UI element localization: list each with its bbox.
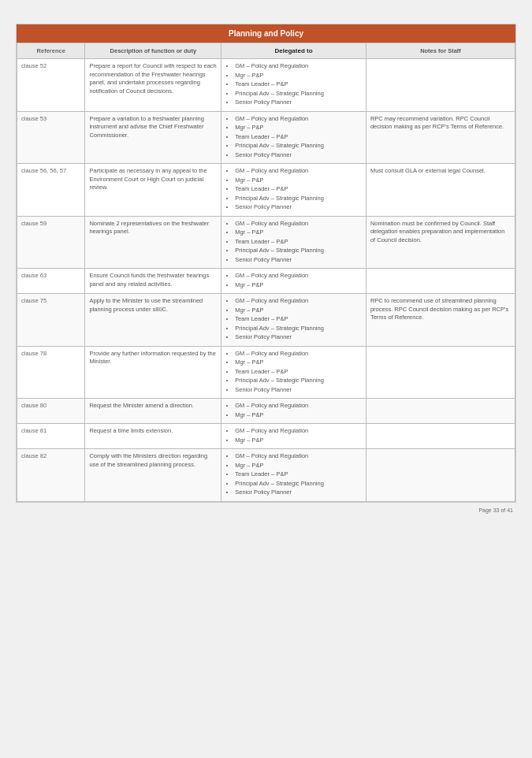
cell-reference: clause 82 xyxy=(17,449,85,502)
table-row: clause 75Apply to the Minister to use th… xyxy=(17,294,515,347)
cell-notes: RPC to recommend use of streamlined plan… xyxy=(366,294,515,347)
page-container: Planning and Policy Reference Descriptio… xyxy=(16,24,516,503)
delegate-item: GM – Policy and Regulation xyxy=(235,220,362,229)
delegate-item: Mgr – P&P xyxy=(235,359,362,367)
header-reference: Reference xyxy=(17,43,85,59)
delegate-item: Team Leader – P&P xyxy=(235,470,362,479)
cell-description: Apply to the Minister to use the streaml… xyxy=(85,294,221,347)
cell-description: Request a time limits extension. xyxy=(85,424,221,449)
table-row: clause 59Nominate 2 representatives on t… xyxy=(17,216,515,269)
cell-description: Comply with the Ministers direction rega… xyxy=(85,449,221,502)
cell-description: Request the Minister amend a direction. xyxy=(85,399,221,424)
cell-delegated-to: GM – Policy and RegulationMgr – P&P xyxy=(221,424,366,449)
delegate-item: Principal Adv – Strategic Planning xyxy=(235,480,362,489)
header-delegated-to: Delegated to xyxy=(221,43,366,59)
delegate-item: Mgr – P&P xyxy=(235,462,362,470)
cell-reference: clause 59 xyxy=(17,216,85,269)
cell-description: Provide any further information requeste… xyxy=(85,346,221,399)
delegate-item: Mgr – P&P xyxy=(235,72,362,80)
delegate-item: Mgr – P&P xyxy=(235,229,362,237)
cell-notes: RPC may recommend variation. RPC Council… xyxy=(366,111,515,164)
delegate-item: Senior Policy Planner xyxy=(235,203,362,212)
delegate-item: Principal Adv – Strategic Planning xyxy=(235,247,362,255)
table-row: clause 82Comply with the Ministers direc… xyxy=(17,449,515,502)
cell-reference: clause 56, 56, 57 xyxy=(17,164,85,217)
delegate-item: Principal Adv – Strategic Planning xyxy=(235,142,362,150)
delegate-item: Senior Policy Planner xyxy=(235,256,362,265)
delegate-item: Mgr – P&P xyxy=(235,176,362,185)
delegate-item: Principal Adv – Strategic Planning xyxy=(235,195,362,203)
cell-delegated-to: GM – Policy and RegulationMgr – P&PTeam … xyxy=(221,294,366,347)
delegate-item: Mgr – P&P xyxy=(235,281,362,290)
table-row: clause 56, 56, 57Participate as necessar… xyxy=(17,164,515,217)
cell-delegated-to: GM – Policy and RegulationMgr – P&PTeam … xyxy=(221,111,366,164)
cell-reference: clause 52 xyxy=(17,59,85,112)
delegate-item: Team Leader – P&P xyxy=(235,315,362,324)
table-title: Planning and Policy xyxy=(17,24,515,43)
delegate-item: Senior Policy Planner xyxy=(235,489,362,497)
cell-reference: clause 53 xyxy=(17,111,85,164)
cell-notes xyxy=(366,424,515,449)
cell-description: Participate as necessary in any appeal t… xyxy=(85,164,221,217)
delegate-item: GM – Policy and Regulation xyxy=(235,350,362,359)
cell-notes xyxy=(366,399,515,424)
cell-reference: clause 81 xyxy=(17,424,85,449)
delegate-item: Team Leader – P&P xyxy=(235,133,362,142)
delegate-item: GM – Policy and Regulation xyxy=(235,452,362,461)
delegate-item: Team Leader – P&P xyxy=(235,185,362,194)
cell-reference: clause 78 xyxy=(17,346,85,399)
table-body: clause 52Prepare a report for Council wi… xyxy=(17,59,515,502)
cell-reference: clause 75 xyxy=(17,294,85,347)
cell-delegated-to: GM – Policy and RegulationMgr – P&P xyxy=(221,269,366,294)
delegate-item: GM – Policy and Regulation xyxy=(235,62,362,71)
cell-delegated-to: GM – Policy and RegulationMgr – P&PTeam … xyxy=(221,216,366,269)
delegate-item: Mgr – P&P xyxy=(235,124,362,132)
cell-notes xyxy=(366,346,515,399)
cell-description: Nominate 2 representatives on the freshw… xyxy=(85,216,221,269)
delegate-item: Team Leader – P&P xyxy=(235,238,362,247)
table-row: clause 78Provide any further information… xyxy=(17,346,515,399)
delegate-item: Mgr – P&P xyxy=(235,307,362,315)
cell-description: Prepare a report for Council with respec… xyxy=(85,59,221,112)
page-footer: Page 33 of 41 xyxy=(16,503,516,513)
delegate-item: GM – Policy and Regulation xyxy=(235,272,362,281)
delegate-item: Senior Policy Planner xyxy=(235,98,362,107)
cell-notes xyxy=(366,269,515,294)
delegate-item: GM – Policy and Regulation xyxy=(235,402,362,411)
delegate-item: Principal Adv – Strategic Planning xyxy=(235,90,362,98)
cell-notes xyxy=(366,59,515,112)
cell-reference: clause 63 xyxy=(17,269,85,294)
delegate-item: GM – Policy and Regulation xyxy=(235,427,362,436)
cell-description: Prepare a variation to a freshwater plan… xyxy=(85,111,221,164)
delegate-item: Principal Adv – Strategic Planning xyxy=(235,325,362,333)
table-row: clause 63Ensure Council funds the freshw… xyxy=(17,269,515,294)
delegate-item: GM – Policy and Regulation xyxy=(235,115,362,124)
delegate-item: GM – Policy and Regulation xyxy=(235,167,362,176)
delegate-item: Mgr – P&P xyxy=(235,411,362,420)
cell-delegated-to: GM – Policy and RegulationMgr – P&PTeam … xyxy=(221,346,366,399)
delegate-item: Principal Adv – Strategic Planning xyxy=(235,377,362,385)
cell-notes xyxy=(366,449,515,502)
main-table: Reference Description of function or dut… xyxy=(17,43,515,502)
table-row: clause 80Request the Minister amend a di… xyxy=(17,399,515,424)
cell-notes: Must consult GLA or external legal Couns… xyxy=(366,164,515,217)
delegate-item: Team Leader – P&P xyxy=(235,80,362,89)
table-row: clause 52Prepare a report for Council wi… xyxy=(17,59,515,112)
delegate-item: GM – Policy and Regulation xyxy=(235,297,362,306)
cell-delegated-to: GM – Policy and RegulationMgr – P&PTeam … xyxy=(221,449,366,502)
delegate-item: Mgr – P&P xyxy=(235,437,362,445)
table-row: clause 81Request a time limits extension… xyxy=(17,424,515,449)
delegate-item: Senior Policy Planner xyxy=(235,333,362,342)
header-description: Description of function or duty xyxy=(85,43,221,59)
delegate-item: Team Leader – P&P xyxy=(235,368,362,377)
cell-notes: Nomination must be confirmed by Council.… xyxy=(366,216,515,269)
cell-delegated-to: GM – Policy and RegulationMgr – P&PTeam … xyxy=(221,59,366,112)
header-notes: Notes for Staff xyxy=(366,43,515,59)
delegate-item: Senior Policy Planner xyxy=(235,151,362,160)
cell-delegated-to: GM – Policy and RegulationMgr – P&PTeam … xyxy=(221,164,366,217)
cell-reference: clause 80 xyxy=(17,399,85,424)
cell-description: Ensure Council funds the freshwater hear… xyxy=(85,269,221,294)
cell-delegated-to: GM – Policy and RegulationMgr – P&P xyxy=(221,399,366,424)
table-row: clause 53Prepare a variation to a freshw… xyxy=(17,111,515,164)
delegate-item: Senior Policy Planner xyxy=(235,386,362,395)
